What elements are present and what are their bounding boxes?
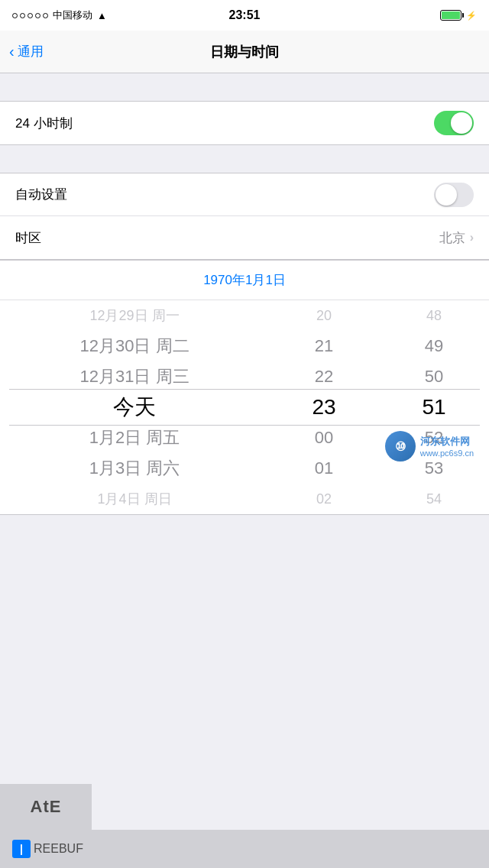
row-timezone[interactable]: 时区 北京 › bbox=[0, 216, 489, 259]
timezone-value-text: 北京 bbox=[439, 229, 465, 247]
toggle-autoset-knob bbox=[436, 184, 457, 206]
wifi-icon: ▲ bbox=[97, 10, 107, 21]
battery-icon bbox=[440, 10, 461, 21]
picker-col-minute[interactable]: 48 49 50 51 52 53 54 bbox=[379, 300, 489, 514]
picker-hour-item-5: 01 bbox=[269, 453, 379, 484]
watermark-logo: ⑩ bbox=[385, 431, 416, 462]
toggle-autoset[interactable] bbox=[434, 183, 474, 207]
picker-minute-item-2: 50 bbox=[379, 361, 489, 392]
section-gap-2 bbox=[0, 145, 489, 173]
picker-hour-item-6: 02 bbox=[269, 484, 379, 514]
watermark-url: www.pc6s9.cn bbox=[420, 449, 474, 458]
date-selected-text: 1970年1月1日 bbox=[203, 271, 286, 289]
signal-dot-3 bbox=[28, 13, 33, 18]
signal-dots bbox=[12, 13, 48, 18]
bottom-logo-icon: | bbox=[12, 840, 31, 858]
picker-date-item-6: 1月4日 周日 bbox=[0, 484, 269, 514]
picker-minute-item-6: 54 bbox=[379, 484, 489, 514]
picker-minute-item-0: 48 bbox=[379, 300, 489, 331]
back-label: 通用 bbox=[18, 43, 44, 60]
date-selected-row: 1970年1月1日 bbox=[0, 261, 489, 300]
picker-hour-item-4: 00 bbox=[269, 423, 379, 453]
picker-minute-item-1: 49 bbox=[379, 331, 489, 361]
row-timezone-label: 时区 bbox=[15, 229, 41, 247]
section-autoset: 自动设置 时区 北京 › bbox=[0, 173, 489, 260]
picker-date-item-1: 12月30日 周二 bbox=[0, 331, 269, 361]
picker-date-item-0: 12月29日 周一 bbox=[0, 300, 269, 331]
charge-icon: ⚡ bbox=[466, 11, 477, 21]
row-autoset-label: 自动设置 bbox=[15, 186, 67, 203]
row-24hour-label: 24 小时制 bbox=[15, 115, 73, 132]
signal-dot-4 bbox=[35, 13, 40, 18]
picker-date-item-2: 12月31日 周三 bbox=[0, 361, 269, 392]
section-24hour: 24 小时制 bbox=[0, 101, 489, 145]
picker-col-date[interactable]: 12月29日 周一 12月30日 周二 12月31日 周三 今天 1月2日 周五… bbox=[0, 300, 269, 514]
page-title: 日期与时间 bbox=[210, 43, 279, 61]
date-picker-section[interactable]: 1970年1月1日 12月29日 周一 12月30日 周二 12月31日 周三 … bbox=[0, 260, 489, 515]
status-right: ⚡ bbox=[440, 10, 477, 21]
status-time: 23:51 bbox=[229, 8, 261, 22]
row-timezone-value: 北京 › bbox=[439, 229, 474, 247]
watermark: ⑩ 河东软件网 www.pc6s9.cn bbox=[385, 431, 474, 462]
picker-col-hour[interactable]: 20 21 22 23 00 01 02 bbox=[269, 300, 379, 514]
watermark-text-block: 河东软件网 www.pc6s9.cn bbox=[420, 435, 474, 458]
picker-hour-item-0: 20 bbox=[269, 300, 379, 331]
picker-hour-item-2: 22 bbox=[269, 361, 379, 392]
carrier-label: 中国移动 bbox=[53, 8, 92, 22]
picker-minute-item-3: 51 bbox=[379, 392, 489, 423]
toggle-24hour-knob bbox=[451, 112, 472, 134]
picker-date-item-5: 1月3日 周六 bbox=[0, 453, 269, 484]
chevron-right-icon: › bbox=[470, 231, 474, 245]
bottom-logo: | REEBUF bbox=[12, 840, 83, 858]
watermark-logo-icon: ⑩ bbox=[395, 439, 406, 454]
picker-date-item-3: 今天 bbox=[0, 392, 269, 423]
signal-dot-2 bbox=[20, 13, 25, 18]
bottom-bar: | REEBUF bbox=[0, 830, 489, 868]
status-bar: 中国移动 ▲ 23:51 ⚡ bbox=[0, 0, 489, 31]
picker-date-item-4: 1月2日 周五 bbox=[0, 423, 269, 453]
toggle-24hour[interactable] bbox=[434, 111, 474, 135]
chevron-left-icon: ‹ bbox=[9, 44, 15, 59]
ate-section: AtE bbox=[0, 784, 92, 830]
back-button[interactable]: ‹ 通用 bbox=[9, 43, 44, 60]
row-24hour[interactable]: 24 小时制 bbox=[0, 102, 489, 144]
signal-dot-5 bbox=[43, 13, 48, 18]
picker-wheel[interactable]: 12月29日 周一 12月30日 周二 12月31日 周三 今天 1月2日 周五… bbox=[0, 300, 489, 514]
bottom-logo-text: REEBUF bbox=[34, 842, 83, 856]
signal-dot-1 bbox=[12, 13, 18, 18]
status-left: 中国移动 ▲ bbox=[12, 8, 107, 22]
ate-text: AtE bbox=[31, 797, 62, 817]
battery-fill bbox=[442, 11, 460, 19]
row-autoset[interactable]: 自动设置 bbox=[0, 173, 489, 216]
nav-bar: ‹ 通用 日期与时间 bbox=[0, 31, 489, 73]
section-gap-1 bbox=[0, 73, 489, 101]
picker-hour-item-3: 23 bbox=[269, 392, 379, 423]
watermark-site-name: 河东软件网 bbox=[420, 435, 474, 449]
picker-hour-item-1: 21 bbox=[269, 331, 379, 361]
